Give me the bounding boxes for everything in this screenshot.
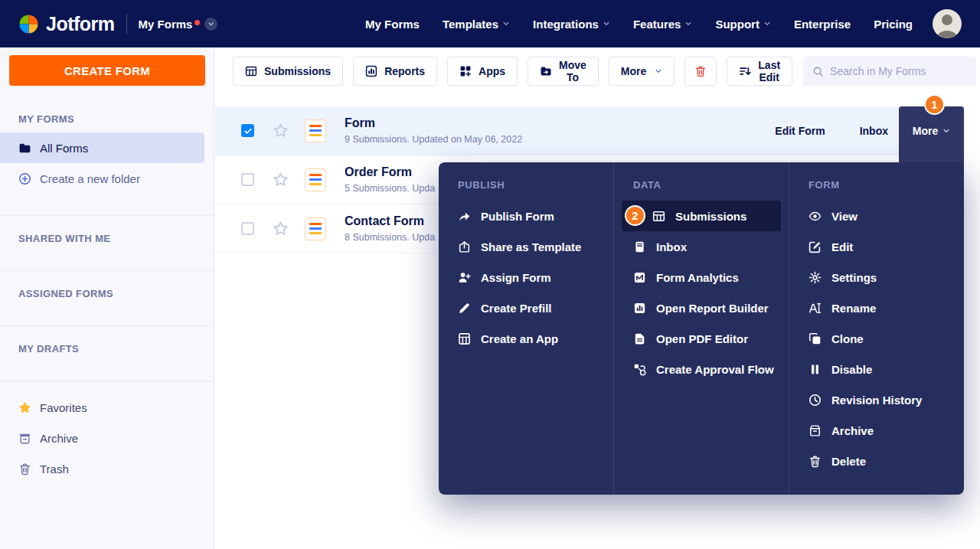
submissions-grid-icon (652, 210, 665, 223)
menu-item-create-an-app[interactable]: Create an App (439, 323, 613, 354)
nav-templates[interactable]: Templates (443, 18, 510, 31)
chevron-down-icon (655, 67, 662, 75)
star-icon[interactable] (273, 123, 289, 139)
clone-icon (808, 332, 822, 345)
submissions-button[interactable]: Submissions (233, 57, 343, 86)
share-icon (458, 240, 471, 253)
menu-item-create-prefill[interactable]: Create Prefill (439, 292, 613, 323)
assigned-forms-header[interactable]: ASSIGNED FORMS (0, 273, 214, 307)
form-title: Form (345, 116, 522, 130)
assign-person-icon (458, 271, 471, 284)
pencil-icon (458, 302, 471, 315)
more-dropdown-button[interactable]: More (609, 57, 675, 86)
menu-item-share-as-template[interactable]: Share as Template (439, 231, 613, 262)
menu-item-form-analytics[interactable]: Form Analytics (614, 262, 789, 292)
menu-item-archive[interactable]: Archive (789, 415, 964, 446)
menu-item-delete[interactable]: Delete (789, 446, 964, 476)
workspace-switcher[interactable]: My Forms (139, 18, 218, 31)
menu-item-create-approval-flow[interactable]: Create Approval Flow (614, 354, 789, 384)
star-icon[interactable] (273, 172, 289, 188)
assigned-forms-section: ASSIGNED FORMS (0, 271, 214, 326)
search-input[interactable] (830, 65, 967, 77)
sidebar-item-trash[interactable]: Trash (0, 453, 214, 484)
workspace-label: My Forms (139, 18, 193, 31)
menu-item-rename[interactable]: Rename (789, 292, 964, 323)
trash-icon (808, 455, 822, 468)
delete-selected-button[interactable] (684, 57, 717, 86)
jotform-logo-icon (18, 14, 39, 34)
menu-item-open-report-builder[interactable]: Open Report Builder (614, 292, 789, 323)
nav-support[interactable]: Support (715, 18, 771, 31)
nav-enterprise[interactable]: Enterprise (794, 18, 851, 31)
nav-pricing[interactable]: Pricing (874, 18, 913, 31)
form-title: Order Form (345, 165, 435, 179)
menu-column-form: FORM View Edit Settings Rename Clone Dis… (789, 162, 964, 495)
form-info: Contact Form 8 Submissions. Upda (345, 214, 435, 243)
menu-item-settings[interactable]: Settings (789, 262, 964, 292)
main-nav: My Forms Templates Integrations Features… (365, 18, 913, 31)
menu-item-assign-form[interactable]: Assign Form (439, 262, 613, 292)
my-drafts-section: MY DRAFTS (0, 326, 214, 381)
form-icon (305, 168, 326, 191)
avatar[interactable] (933, 9, 962, 38)
nav-integrations[interactable]: Integrations (533, 18, 610, 31)
menu-item-revision-history[interactable]: Revision History (789, 384, 964, 415)
nav-my-forms[interactable]: My Forms (365, 18, 420, 31)
row-checkbox[interactable] (241, 173, 254, 186)
row-checkbox[interactable] (241, 222, 254, 235)
sort-icon (739, 65, 751, 77)
form-row[interactable]: Form 9 Submissions. Updated on May 06, 2… (215, 106, 965, 155)
menu-item-submissions[interactable]: Submissions (622, 201, 781, 231)
sort-button[interactable]: Last Edit (727, 57, 792, 86)
sidebar-item-archive[interactable]: Archive (0, 423, 214, 453)
archive-icon (18, 432, 31, 445)
report-builder-icon (633, 302, 646, 315)
archive-box-icon (808, 424, 822, 437)
folder-icon (18, 142, 31, 155)
my-drafts-header[interactable]: MY DRAFTS (0, 328, 214, 362)
reports-button[interactable]: Reports (353, 57, 437, 86)
shared-with-me-section: SHARED WITH ME (0, 216, 214, 271)
sidebar-item-label: All Forms (40, 142, 88, 155)
form-info: Form 9 Submissions. Updated on May 06, 2… (345, 116, 522, 145)
menu-item-edit[interactable]: Edit (789, 231, 964, 262)
move-to-button[interactable]: Move To (528, 57, 599, 86)
sidebar-item-all-forms[interactable]: All Forms (0, 132, 204, 163)
my-forms-header[interactable]: MY FORMS (0, 98, 214, 132)
row-more-button[interactable]: More (899, 106, 964, 162)
menu-item-publish-form[interactable]: Publish Form (439, 201, 613, 231)
chevron-down-icon (603, 20, 610, 28)
shared-with-me-header[interactable]: SHARED WITH ME (0, 217, 214, 252)
apps-button[interactable]: Apps (447, 57, 518, 86)
row-checkbox[interactable] (241, 124, 254, 137)
brand-name: Jotform (46, 13, 115, 35)
nav-features[interactable]: Features (633, 18, 693, 31)
sidebar-item-label: Create a new folder (40, 172, 140, 185)
menu-item-disable[interactable]: Disable (789, 354, 964, 384)
form-icon (305, 119, 326, 142)
reports-chart-icon (365, 65, 377, 77)
chevron-down-icon (684, 20, 692, 28)
search-box (803, 57, 976, 86)
menu-item-clone[interactable]: Clone (789, 323, 964, 354)
create-form-button[interactable]: CREATE FORM (9, 55, 205, 86)
form-icon (305, 217, 326, 240)
chevron-down-icon (502, 20, 510, 28)
edit-form-button[interactable]: Edit Form (775, 125, 825, 137)
menu-item-inbox[interactable]: Inbox (614, 231, 789, 262)
jotform-logo[interactable]: Jotform (18, 13, 115, 35)
clock-icon (808, 394, 822, 407)
create-folder-button[interactable]: Create a new folder (0, 163, 214, 194)
inbox-icon (633, 240, 646, 253)
sidebar-item-label: Favorites (40, 401, 87, 414)
more-context-menu: PUBLISH Publish Form Share as Template A… (439, 162, 964, 495)
star-icon[interactable] (273, 221, 289, 237)
trash-icon (694, 65, 707, 77)
menu-item-open-pdf-editor[interactable]: Open PDF Editor (614, 323, 789, 354)
gear-icon (808, 271, 822, 284)
navbar-divider (126, 14, 127, 34)
menu-item-view[interactable]: View (789, 201, 964, 231)
sidebar-item-favorites[interactable]: Favorites (0, 392, 214, 423)
menu-column-publish: PUBLISH Publish Form Share as Template A… (439, 162, 613, 495)
inbox-button[interactable]: Inbox (860, 125, 888, 137)
